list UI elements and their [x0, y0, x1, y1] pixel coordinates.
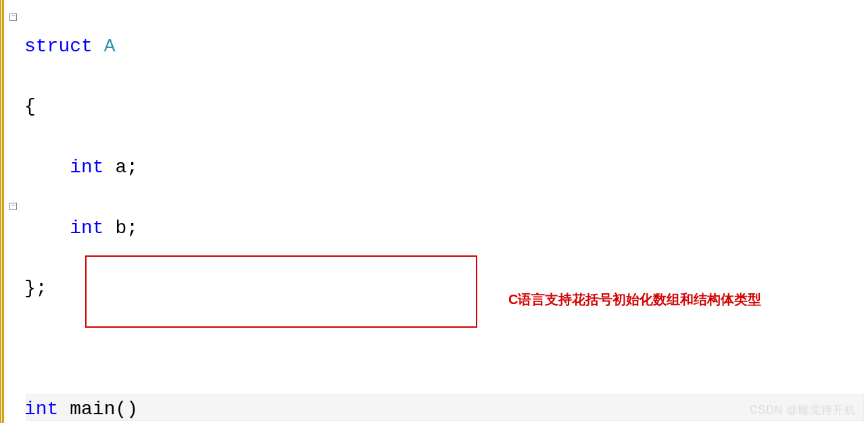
- keyword-int: int: [70, 157, 103, 178]
- keyword-struct: struct: [24, 36, 93, 57]
- fold-toggle-2[interactable]: −: [9, 203, 17, 210]
- code-line: struct A: [24, 32, 868, 62]
- watermark-text: CSDN @睡觉待开机: [750, 403, 856, 418]
- code-editor: − − struct A { int a; int b; }; int main…: [0, 0, 868, 423]
- keyword-int: int: [70, 218, 103, 239]
- code-line: int a;: [24, 153, 868, 183]
- fold-gutter: − −: [4, 0, 24, 423]
- code-line: int b;: [24, 214, 868, 244]
- fold-toggle-1[interactable]: −: [9, 14, 17, 21]
- code-area[interactable]: struct A { int a; int b; }; int main() {…: [24, 0, 868, 423]
- code-line: [24, 334, 868, 365]
- code-line: int main(): [24, 395, 868, 423]
- code-line: {: [24, 92, 868, 122]
- keyword-int: int: [24, 399, 58, 420]
- annotation-text: C语言支持花括号初始化数组和结构体类型: [508, 291, 761, 309]
- type-name: A: [93, 36, 116, 57]
